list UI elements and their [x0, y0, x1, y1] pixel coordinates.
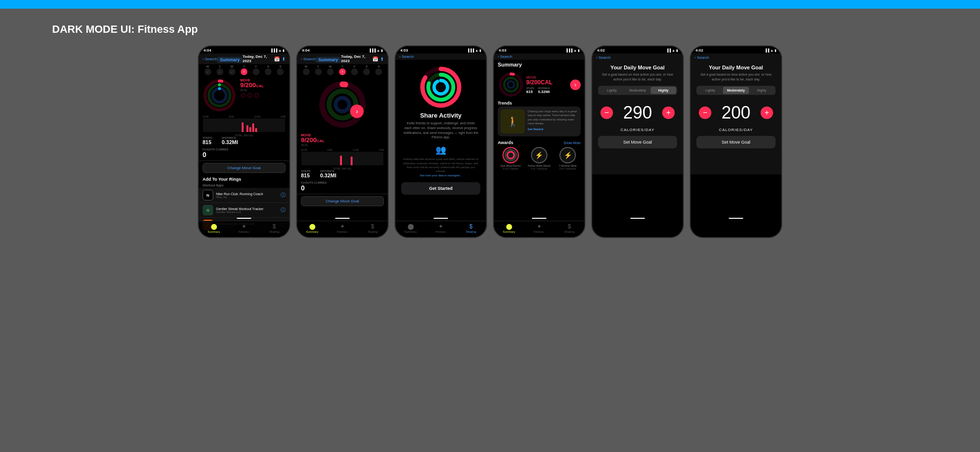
svg-point-30 — [504, 78, 518, 92]
svg-rect-10 — [242, 122, 244, 132]
move-stats-2: Move 9/200CAL 4CAL — [297, 133, 388, 147]
week-day-w: W ✓ — [229, 65, 235, 76]
award-move-record: New Move Record 0 of 0 Calories — [498, 147, 523, 170]
tab-summary-2[interactable]: ⬤ Summary — [297, 223, 327, 233]
p4-forward-btn[interactable]: › — [570, 80, 581, 90]
share-icon[interactable]: ⬆ — [282, 56, 286, 62]
decrease-btn-5[interactable]: − — [600, 106, 613, 119]
change-move-goal-btn-1[interactable]: Change Move Goal — [203, 163, 286, 173]
share-rings-svg — [419, 66, 463, 109]
tab-summary-4[interactable]: ⬤ Summary — [494, 223, 524, 233]
tab-sharing-2[interactable]: $ Sharing — [357, 223, 388, 233]
option-lightly-5[interactable]: Lightly — [599, 87, 625, 94]
top-bar — [0, 0, 980, 9]
tab-fitness-1[interactable]: ✦ Fitness+ — [229, 223, 259, 233]
calendar-icon-2[interactable]: 📅 — [372, 56, 378, 62]
status-time-6: 4:02 — [695, 48, 703, 53]
sharing-icon-1: $ — [272, 223, 276, 230]
awards-section-4: Awards Show More New Move Record 0 of 0 … — [494, 138, 585, 172]
option-lightly-6[interactable]: Lightly — [697, 87, 723, 94]
app-dev-gentler: Gentler Stories LLC — [216, 211, 281, 213]
svg-point-8 — [255, 93, 259, 97]
status-time-2: 4:04 — [302, 48, 310, 53]
tab-fitness-4[interactable]: ✦ Fitness+ — [524, 223, 555, 233]
svg-point-31 — [508, 81, 515, 88]
page-title: DARK MODE UI: Fitness App — [0, 9, 980, 45]
increase-btn-6[interactable]: + — [761, 106, 773, 119]
cal-unit-6: CALORIES/DAY — [691, 128, 781, 132]
option-moderately-6[interactable]: Moderately — [723, 87, 749, 94]
tab-sharing-4[interactable]: $ Sharing — [554, 223, 585, 233]
week-day-s2: S — [277, 65, 284, 76]
tab-summary-3[interactable]: ⬤ Summary — [395, 223, 426, 233]
chart-area-2: 12:006:0012:006:00 TOTAL: 590 CAL — [297, 147, 388, 168]
forward-arrow[interactable]: › — [350, 105, 364, 118]
week-day-th: T 7 — [241, 65, 247, 76]
goal-nav-5: ‹ Search — [592, 53, 683, 62]
week-day-m: M ✓ — [204, 65, 211, 76]
status-time-5: 4:02 — [597, 48, 605, 53]
decrease-btn-6[interactable]: − — [699, 106, 711, 119]
tab-fitness-2[interactable]: ✦ Fitness+ — [327, 223, 358, 233]
wifi-icon-4: ▲ — [573, 49, 577, 52]
goal-desc-6: Set a goal based on how active you are, … — [691, 72, 781, 86]
svg-rect-14 — [255, 128, 257, 132]
week-day-t: T ✓ — [217, 65, 223, 76]
set-goal-btn-6[interactable]: Set Move Goal — [696, 136, 776, 148]
add-icon-gentler[interactable]: ⓘ — [281, 207, 286, 213]
svg-point-6 — [241, 93, 245, 97]
tab-bar-4: ⬤ Summary ✦ Fitness+ $ Sharing — [494, 221, 585, 237]
phone-1: 4:04 ▐▐▐ ▲ ▮ ‹Search Summary Today, Dec … — [198, 45, 290, 238]
tab-bar-1: ⬤ Summary ✦ Fitness+ $ Sharing — [199, 221, 289, 237]
calendar-icon[interactable]: 📅 — [274, 56, 280, 62]
share-icon-2[interactable]: ⬆ — [380, 56, 384, 62]
option-highly-6[interactable]: Highly — [749, 87, 775, 94]
option-highly-5[interactable]: Highly — [651, 87, 676, 94]
tab-fitness-3[interactable]: ✦ Fitness+ — [426, 223, 456, 233]
nav-back-1[interactable]: ‹Search — [203, 57, 217, 61]
back-search-6[interactable]: ‹ Search — [694, 55, 709, 60]
app-name-nike: Nike Run Club: Running Coach — [216, 192, 281, 196]
share-data-note: Activity data like workout types and tit… — [395, 157, 486, 180]
battery-icon-5: ▮ — [676, 49, 678, 53]
app-item-nike[interactable]: N Nike Run Club: Running Coach Nike, Inc… — [199, 188, 289, 203]
share-rings-graphic — [395, 60, 486, 112]
status-bar-2: 4:04 ▐▐▐ ▲ ▮ — [297, 46, 388, 53]
nav-back-3[interactable]: ‹Search — [399, 54, 414, 59]
tab-summary-1[interactable]: ⬤ Summary — [199, 223, 229, 233]
svg-rect-19 — [301, 152, 383, 165]
goal-desc-5: Set a goal based on how active you are, … — [592, 72, 683, 86]
tab-sharing-3[interactable]: $ Sharing — [456, 223, 486, 233]
svg-rect-20 — [340, 156, 342, 165]
chart-total-1: TOTAL: 590 CAL — [203, 134, 286, 137]
option-moderately-5[interactable]: Moderately — [625, 87, 650, 94]
awards-row: New Move Record 0 of 0 Calories ⚡ Perfec… — [498, 147, 581, 170]
chart-area-1: 12:00 6:00 12:00 6:00 TOTAL: 590 CAL — [199, 114, 289, 134]
nav-back-4[interactable]: ‹Search — [498, 54, 512, 59]
change-move-goal-btn-2[interactable]: Change Move Goal — [301, 196, 384, 206]
set-goal-btn-5[interactable]: Set Move Goal — [598, 136, 677, 148]
increase-btn-5[interactable]: + — [662, 106, 675, 119]
phone-2: 4:04 ▐▐▐ ▲ ▮ ‹Search Summary Today, Dec … — [296, 45, 389, 238]
svg-point-18 — [336, 98, 349, 111]
summary-header-4: Summary — [494, 60, 585, 69]
get-started-btn[interactable]: Get Started — [401, 182, 480, 195]
app-icon-nike: N — [203, 190, 213, 200]
app-name-gentler: Gentler Streak Workout Tracker — [216, 207, 281, 211]
award-perfect-week: ⚡ Perfect Week (Move) 0 of 7 workouts — [526, 147, 552, 170]
wifi-icon-5: ▲ — [672, 49, 675, 52]
app-dev-nike: Nike, Inc. — [216, 196, 281, 199]
phones-container: 4:04 ▐▐▐ ▲ ▮ ‹Search Summary Today, Dec … — [0, 45, 980, 238]
back-search-5[interactable]: ‹ Search — [596, 55, 611, 60]
nav-back-2[interactable]: ‹Search — [301, 57, 315, 61]
tab-bar-2: ⬤ Summary ✦ Fitness+ $ Sharing — [297, 221, 388, 237]
battery-icon-4: ▮ — [578, 49, 580, 53]
app-item-gentler[interactable]: G Gentler Streak Workout Tracker Gentler… — [199, 203, 289, 218]
trend-card: 🚶 Closing your rings every day is a grea… — [498, 106, 581, 136]
big-ring-area: › — [297, 77, 388, 133]
phone-6: 4:02 ▐▐ ▲ ▮ ‹ Search Your Daily Move Goa… — [690, 45, 782, 238]
add-icon-nike[interactable]: ⓘ — [281, 192, 286, 199]
ring-stats-1: Move 9/200CAL 4CAL — [236, 79, 286, 112]
tab-sharing-1[interactable]: $ Sharing — [259, 223, 289, 233]
trends-section-4: Trends 🚶 Closing your rings every day is… — [494, 100, 585, 138]
